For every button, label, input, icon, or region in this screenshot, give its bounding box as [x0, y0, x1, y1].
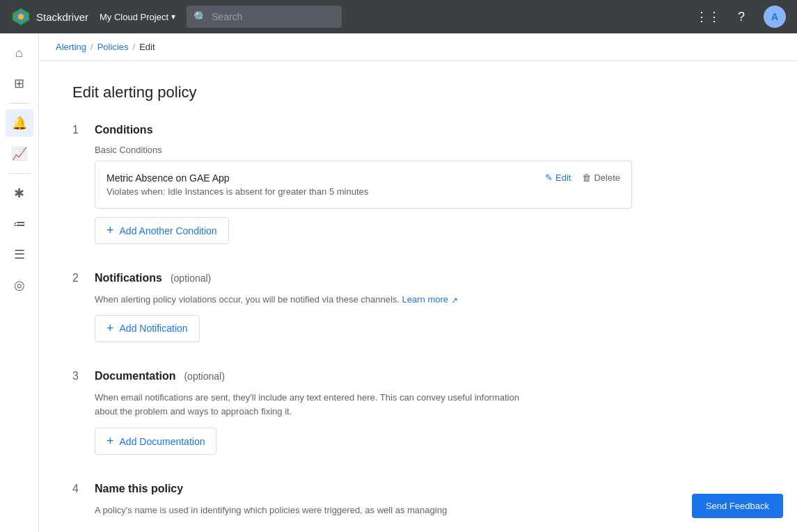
top-nav: Stackdriver My Cloud Project ▾ 🔍 ⋮⋮ ? A — [0, 0, 797, 33]
profiler-icon: ✱ — [14, 186, 24, 201]
trace-icon: ◎ — [14, 277, 25, 293]
section-name-policy: 4 Name this policy A policy's name is us… — [72, 483, 632, 517]
edit-label: Edit — [555, 172, 571, 183]
project-name: My Cloud Project — [100, 12, 168, 22]
delete-icon: 🗑 — [582, 172, 591, 183]
delete-label: Delete — [594, 172, 620, 183]
debugger-icon: ≔ — [13, 216, 26, 232]
breadcrumb-policies[interactable]: Policies — [97, 42, 129, 52]
plus-icon-notification: + — [106, 321, 114, 336]
section-conditions-header: 1 Conditions — [72, 124, 632, 136]
section-name-policy-number: 4 — [72, 483, 86, 495]
condition-card: Metric Absence on GAE App Violates when:… — [95, 161, 632, 209]
app-name: Stackdriver — [36, 11, 88, 23]
conditions-sublabel: Basic Conditions — [95, 145, 632, 155]
section-conditions: 1 Conditions Basic Conditions Metric Abs… — [72, 124, 632, 244]
breadcrumb-sep-2: / — [133, 42, 136, 52]
logger-icon: ☰ — [14, 247, 25, 262]
home-icon: ⌂ — [15, 46, 23, 61]
sidebar-item-alerting[interactable]: 🔔 — [6, 109, 33, 137]
notifications-description: When alerting policy violations occur, y… — [95, 293, 632, 307]
learn-more-label: Learn more — [402, 294, 448, 305]
chart-icon: 📈 — [12, 146, 27, 161]
condition-desc: Violates when: Idle Instances is absent … — [106, 186, 368, 197]
content-area: Edit alerting policy 1 Conditions Basic … — [39, 61, 665, 532]
svg-point-2 — [18, 14, 24, 19]
section-conditions-title: Conditions — [95, 124, 153, 136]
section-name-policy-title: Name this policy — [95, 483, 183, 495]
breadcrumb-current: Edit — [139, 42, 155, 52]
section-documentation: 3 Documentation (optional) When email no… — [72, 370, 632, 456]
plus-icon-condition: + — [106, 223, 114, 238]
project-selector[interactable]: My Cloud Project ▾ — [100, 12, 175, 22]
external-link-icon: ↗ — [451, 296, 458, 305]
send-feedback-button[interactable]: Send Feedback — [692, 494, 783, 518]
sidebar-item-profiler[interactable]: ✱ — [6, 179, 33, 207]
section-notifications-number: 2 — [72, 272, 86, 284]
grid-icon: ⊞ — [14, 76, 24, 91]
section-notifications-optional: (optional) — [171, 273, 211, 284]
condition-actions: ✎ Edit 🗑 Delete — [545, 172, 620, 183]
add-condition-button[interactable]: + Add Another Condition — [95, 217, 229, 244]
learn-more-link[interactable]: Learn more ↗ — [402, 294, 458, 305]
documentation-description: When email notifications are sent, they'… — [95, 391, 526, 420]
help-icon: ? — [738, 10, 745, 24]
apps-icon: ⋮⋮ — [695, 9, 720, 24]
edit-icon: ✎ — [545, 172, 553, 183]
avatar[interactable]: A — [764, 6, 786, 28]
condition-info: Metric Absence on GAE App Violates when:… — [106, 172, 368, 197]
sidebar-divider-2 — [8, 173, 31, 174]
breadcrumb: Alerting / Policies / Edit — [39, 33, 797, 61]
section-notifications-header: 2 Notifications (optional) — [72, 272, 632, 284]
section-notifications: 2 Notifications (optional) When alerting… — [72, 272, 632, 342]
search-input[interactable] — [187, 6, 342, 28]
condition-delete-button[interactable]: 🗑 Delete — [582, 172, 620, 183]
section-documentation-number: 3 — [72, 370, 86, 382]
search-wrapper: 🔍 — [187, 6, 535, 28]
sidebar-item-trace[interactable]: ◎ — [6, 271, 33, 299]
sidebar-item-debugger[interactable]: ≔ — [6, 210, 33, 238]
add-notification-label: Add Notification — [120, 323, 188, 334]
section-name-policy-header: 4 Name this policy — [72, 483, 632, 495]
sidebar: ⌂ ⊞ 🔔 📈 ✱ ≔ ☰ ◎ — [0, 33, 39, 532]
alerting-icon: 🔔 — [12, 115, 27, 131]
section-documentation-title: Documentation — [95, 370, 175, 382]
main-wrapper: Alerting / Policies / Edit Edit alerting… — [39, 33, 797, 532]
help-icon-button[interactable]: ? — [730, 6, 752, 28]
add-condition-label: Add Another Condition — [120, 225, 217, 236]
sidebar-item-menu[interactable]: ⊞ — [6, 70, 33, 97]
condition-name: Metric Absence on GAE App — [106, 172, 368, 184]
sidebar-item-metrics[interactable]: 📈 — [6, 140, 33, 168]
plus-icon-documentation: + — [106, 434, 114, 449]
section-notifications-title: Notifications — [95, 272, 162, 284]
add-notification-button[interactable]: + Add Notification — [95, 315, 200, 342]
app-logo[interactable]: Stackdriver — [11, 7, 88, 26]
page-title: Edit alerting policy — [72, 83, 632, 102]
sidebar-item-logger[interactable]: ☰ — [6, 241, 33, 268]
breadcrumb-alerting[interactable]: Alerting — [56, 42, 86, 52]
nav-right: ⋮⋮ ? A — [697, 6, 786, 28]
condition-edit-button[interactable]: ✎ Edit — [545, 172, 571, 183]
apps-icon-button[interactable]: ⋮⋮ — [697, 6, 719, 28]
breadcrumb-sep-1: / — [90, 42, 93, 52]
section-conditions-number: 1 — [72, 124, 86, 136]
search-icon: 🔍 — [194, 10, 207, 24]
section-documentation-optional: (optional) — [184, 371, 224, 382]
add-documentation-label: Add Documentation — [120, 436, 205, 447]
chevron-down-icon: ▾ — [171, 12, 175, 22]
add-documentation-button[interactable]: + Add Documentation — [95, 428, 216, 455]
section-documentation-header: 3 Documentation (optional) — [72, 370, 632, 382]
avatar-initial: A — [771, 11, 778, 22]
sidebar-divider-1 — [8, 103, 31, 104]
stackdriver-logo-icon — [11, 7, 31, 26]
sidebar-item-home[interactable]: ⌂ — [6, 39, 33, 67]
name-policy-description: A policy's name is used in identifying w… — [95, 503, 526, 517]
